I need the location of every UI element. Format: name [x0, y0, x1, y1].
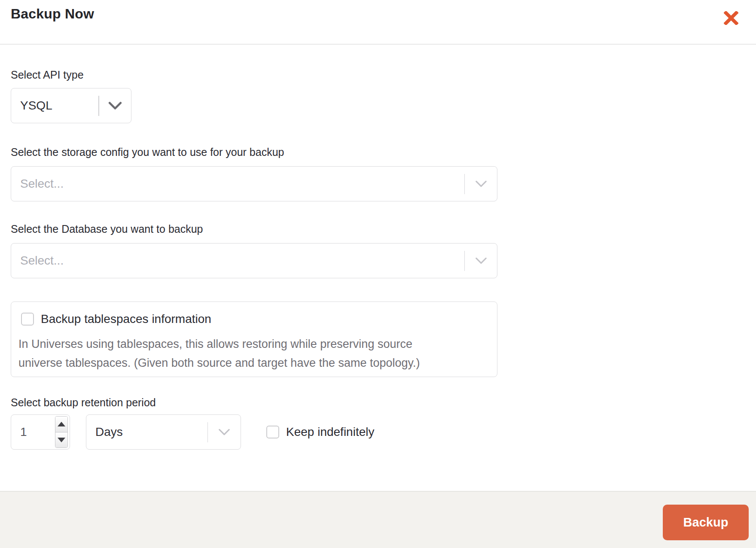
keep-indefinitely-checkbox[interactable] — [266, 426, 279, 438]
modal-body: Select API type YSQL Select the storage … — [0, 69, 756, 450]
arrow-up-icon — [58, 422, 65, 426]
tablespaces-checkbox-row[interactable]: Backup tablespaces information — [21, 312, 488, 326]
modal-footer: Backup — [0, 491, 756, 548]
api-type-value: YSQL — [11, 99, 98, 113]
storage-config-label: Select the storage config you want to us… — [11, 146, 756, 158]
keep-indefinitely-label: Keep indefinitely — [286, 425, 374, 439]
tablespaces-checkbox[interactable] — [21, 313, 34, 326]
backup-button[interactable]: Backup — [663, 505, 749, 540]
modal-title: Backup Now — [11, 6, 94, 22]
close-button[interactable] — [722, 9, 741, 27]
tablespaces-description: In Universes using tablespaces, this all… — [18, 335, 454, 372]
chevron-down-icon — [99, 88, 131, 123]
modal-header: Backup Now — [0, 0, 756, 45]
retention-number-input — [11, 414, 70, 450]
api-type-label: Select API type — [11, 69, 756, 81]
retention-value-field[interactable] — [11, 425, 55, 439]
retention-unit-value: Days — [86, 425, 207, 439]
increment-button[interactable] — [55, 417, 67, 432]
chevron-down-icon — [465, 167, 497, 201]
close-icon — [724, 11, 738, 25]
database-select[interactable]: Select... — [11, 243, 497, 278]
database-label: Select the Database you want to backup — [11, 223, 756, 235]
chevron-down-icon — [465, 244, 497, 278]
keep-indefinitely-row[interactable]: Keep indefinitely — [266, 425, 374, 439]
tablespaces-checkbox-label: Backup tablespaces information — [41, 312, 211, 326]
retention-stepper — [55, 416, 68, 448]
chevron-down-icon — [208, 415, 241, 449]
retention-unit-select[interactable]: Days — [86, 414, 241, 450]
retention-row: Days Keep indefinitely — [11, 414, 756, 450]
decrement-button[interactable] — [55, 432, 67, 448]
storage-config-select[interactable]: Select... — [11, 166, 497, 201]
database-placeholder: Select... — [11, 254, 464, 268]
tablespaces-panel: Backup tablespaces information In Univer… — [11, 301, 497, 377]
retention-label: Select backup retention period — [11, 396, 756, 409]
arrow-down-icon — [58, 438, 65, 442]
storage-config-placeholder: Select... — [11, 177, 464, 191]
api-type-select[interactable]: YSQL — [11, 88, 131, 123]
